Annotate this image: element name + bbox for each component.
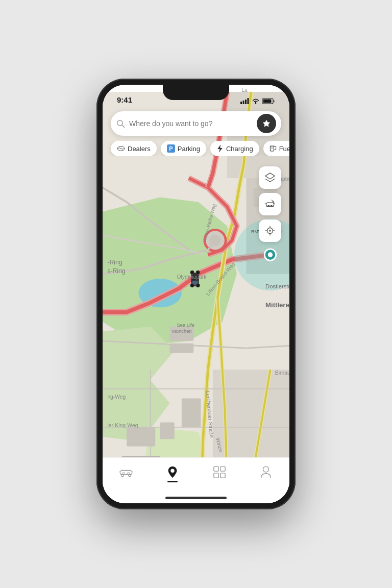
nav-profile-icon (259, 465, 273, 479)
svg-rect-65 (271, 205, 273, 207)
svg-rect-2 (245, 100, 247, 104)
crosshair-icon (264, 225, 276, 236)
svg-point-67 (269, 230, 271, 232)
car-remote-button[interactable] (259, 193, 281, 215)
svg-point-30 (268, 252, 273, 257)
nav-item-profile[interactable] (259, 465, 273, 479)
map-controls (259, 166, 281, 242)
phone-screen: 9:41 (103, 85, 289, 503)
services-nav-icon (213, 465, 226, 479)
search-icon (116, 119, 125, 128)
person-icon (260, 465, 272, 479)
svg-text:Dostlerstr.: Dostlerstr. (265, 283, 289, 289)
filter-chips: Dealers P Parking Charging (103, 141, 289, 156)
chip-fuel[interactable]: Fuel (263, 141, 289, 156)
search-bar[interactable] (111, 111, 281, 136)
nav-car-icon (119, 465, 133, 479)
car-signal-icon (264, 199, 276, 210)
nav-item-car[interactable] (119, 465, 133, 479)
svg-text:Birnauer Str.: Birnauer Str. (275, 370, 289, 376)
chip-dealers[interactable]: Dealers (111, 141, 157, 156)
chip-charging[interactable]: Charging (210, 141, 259, 156)
location-pin-icon (167, 465, 178, 479)
svg-marker-59 (263, 120, 270, 127)
locate-button[interactable] (259, 219, 281, 242)
mini-logo-icon (117, 146, 125, 151)
battery-icon (262, 98, 275, 104)
nav-item-services[interactable] (212, 465, 227, 479)
parking-label: Parking (178, 145, 200, 153)
bolt-icon (216, 144, 224, 153)
svg-rect-15 (169, 344, 193, 353)
svg-rect-6 (263, 100, 272, 103)
nav-active-indicator (167, 481, 178, 482)
svg-marker-63 (265, 173, 275, 179)
svg-point-36 (190, 283, 194, 287)
svg-point-75 (129, 474, 131, 476)
svg-rect-1 (243, 101, 244, 104)
svg-text:-Ring: -Ring (107, 259, 122, 266)
search-input[interactable] (129, 119, 253, 128)
svg-rect-62 (271, 147, 273, 149)
fuel-label: Fuel (279, 145, 289, 153)
signal-icon (240, 98, 249, 104)
nav-item-map[interactable] (165, 465, 180, 479)
nav-services-icon (212, 465, 227, 479)
gas-pump-icon (270, 144, 277, 153)
svg-rect-18 (160, 423, 175, 439)
status-icons (240, 98, 275, 104)
layers-button[interactable] (259, 166, 281, 189)
charging-icon (216, 144, 224, 153)
svg-rect-77 (214, 467, 218, 471)
car-nav-icon (119, 467, 133, 477)
svg-rect-80 (220, 473, 225, 478)
svg-rect-17 (127, 427, 155, 447)
layers-icon (264, 172, 276, 183)
svg-rect-16 (182, 399, 201, 427)
status-time: 9:41 (117, 95, 132, 104)
svg-point-76 (171, 469, 175, 473)
charging-label: Charging (226, 145, 253, 153)
svg-text:Sea Life: Sea Life (177, 323, 194, 328)
svg-rect-64 (267, 205, 270, 207)
dealers-label: Dealers (128, 145, 151, 153)
svg-rect-78 (220, 467, 225, 471)
svg-rect-0 (240, 102, 242, 104)
svg-line-58 (122, 125, 125, 128)
dealers-icon (117, 146, 125, 151)
svg-rect-3 (248, 98, 249, 104)
parking-icon: P (167, 144, 175, 153)
wifi-icon (252, 98, 260, 104)
svg-text:Mittlerer Ring: Mittlerer Ring (265, 301, 289, 309)
fuel-icon (270, 144, 277, 153)
svg-point-74 (121, 474, 124, 476)
favorites-button[interactable] (257, 114, 276, 133)
svg-text:München: München (172, 329, 192, 334)
svg-text:ler-King-Weg: ler-King-Weg (107, 423, 138, 428)
home-indicator (165, 497, 227, 499)
star-icon (262, 119, 271, 128)
svg-text:ng-Weg: ng-Weg (107, 394, 126, 400)
svg-point-35 (196, 283, 200, 287)
notch (163, 85, 229, 100)
svg-point-4 (255, 103, 256, 104)
svg-rect-79 (214, 473, 218, 478)
nav-map-icon (165, 465, 180, 479)
svg-text:s-Ring: s-Ring (107, 267, 125, 275)
svg-text:Olympiapark: Olympiapark (177, 274, 207, 280)
chip-parking[interactable]: P Parking (161, 141, 206, 156)
svg-point-81 (263, 467, 269, 472)
phone-frame: 9:41 (96, 79, 296, 509)
